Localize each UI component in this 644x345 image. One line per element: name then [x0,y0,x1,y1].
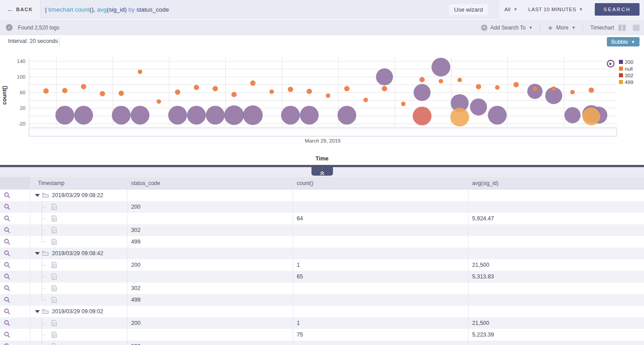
table-row[interactable]: 200121,500 [0,259,644,271]
bubble-499[interactable] [450,108,469,126]
bubble-null[interactable] [513,82,519,88]
play-circle-icon[interactable]: ▶ [607,60,614,67]
search-button[interactable]: SEARCH [595,3,640,16]
bubble-200[interactable] [527,84,542,99]
search-row-icon[interactable] [4,215,11,222]
bubble-null[interactable] [476,84,481,89]
table-row[interactable]: 302 [0,224,644,236]
search-row-icon[interactable] [4,296,11,303]
bubble-null[interactable] [457,78,462,82]
table-group-row[interactable]: 2019/03/29 09:08:42 [0,248,644,259]
full-panel-icon[interactable] [633,25,640,31]
bubble-null[interactable] [175,89,180,95]
bubble-null[interactable] [250,80,256,86]
bubble-null[interactable] [81,84,86,89]
bubble-null[interactable] [231,92,237,97]
search-row-icon[interactable] [4,261,11,269]
table-group-row[interactable]: 2019/03/29 09:08:22 [0,189,644,201]
time-range-dropdown[interactable]: LAST 10 MINUTES ▼ [529,7,583,12]
bubble-null[interactable] [307,88,312,94]
bubble-200[interactable] [187,106,206,125]
search-row-icon[interactable] [4,227,11,234]
bubble-200[interactable] [74,106,93,125]
table-row[interactable]: 302 [0,341,644,345]
bubble-200[interactable] [300,106,319,125]
table-row[interactable]: 499 [0,294,644,306]
bubble-null[interactable] [138,70,142,74]
collapse-panel-button[interactable]: ···· [311,167,333,176]
table-group-row[interactable]: 2019/03/29 09:09:02 [0,306,644,317]
legend-item-null[interactable]: null [619,65,633,72]
expand-triangle-icon[interactable] [35,252,40,255]
bubble-200[interactable] [470,98,487,115]
bubble-chart[interactable]: 09:08 AM09:09 AM09:10 AM09:11 AM09:12 AM… [0,53,644,147]
legend-item-200[interactable]: 200 [619,59,633,65]
bubble-null[interactable] [344,86,350,91]
bubble-null[interactable] [495,85,499,90]
expand-triangle-icon[interactable] [35,310,40,313]
bubble-null[interactable] [533,86,537,91]
bubble-null[interactable] [157,99,161,104]
search-row-icon[interactable] [4,331,11,338]
table-row[interactable]: 499 [0,236,644,248]
bubble-null[interactable] [570,90,575,94]
table-row[interactable]: 655,313.83 [0,271,644,282]
bubble-200[interactable] [281,106,300,125]
search-row-icon[interactable] [4,203,11,210]
more-dropdown[interactable]: ★ More ▼ [547,24,576,31]
table-row[interactable]: 755,223.39 [0,329,644,341]
table-row[interactable]: 200121,500 [0,317,644,329]
bubble-null[interactable] [213,86,218,91]
add-search-to-dropdown[interactable]: + Add Search To ▼ [481,25,533,31]
search-row-icon[interactable] [4,285,11,292]
bubble-200[interactable] [131,106,149,125]
bubble-null[interactable] [269,89,274,94]
bubble-200[interactable] [112,106,131,125]
bubble-null[interactable] [194,85,199,90]
search-row-icon[interactable] [4,308,11,315]
header-avg-sig-id[interactable]: avg(sig_id) [469,177,644,189]
search-row-icon[interactable] [4,273,11,280]
bubble-200[interactable] [337,106,356,125]
bubble-200[interactable] [206,106,225,125]
search-row-icon[interactable] [4,343,11,345]
bubble-null[interactable] [326,93,330,98]
header-status-code[interactable]: status_code [128,177,293,189]
header-timestamp[interactable]: Timestamp [30,177,128,189]
bubble-200[interactable] [431,58,450,76]
bubble-null[interactable] [589,88,594,93]
bubble-null[interactable] [43,88,49,94]
search-row-icon[interactable] [4,250,11,257]
bubble-null[interactable] [551,86,556,91]
bubble-null[interactable] [288,87,293,92]
bubble-null[interactable] [439,79,443,84]
bubble-null[interactable] [363,98,368,102]
bubble-200[interactable] [564,107,580,123]
legend-item-302[interactable]: 302 [619,72,633,79]
bubble-null[interactable] [119,91,124,96]
bubble-null[interactable] [419,77,425,82]
bubble-499[interactable] [582,107,600,125]
bubble-200[interactable] [488,106,507,125]
bubble-200[interactable] [376,68,393,85]
split-panel-icon[interactable] [618,25,626,31]
search-row-icon[interactable] [4,238,11,245]
search-row-icon[interactable] [4,320,11,327]
back-button[interactable]: ← BACK [0,6,40,13]
scope-dropdown[interactable]: All ▼ [504,7,518,12]
bubble-200[interactable] [243,105,263,125]
bubble-200[interactable] [55,106,74,125]
bubble-null[interactable] [100,91,105,97]
bubble-200[interactable] [414,84,431,101]
bubble-null[interactable] [62,88,68,93]
search-row-icon[interactable] [4,192,11,199]
expand-triangle-icon[interactable] [35,194,40,197]
table-row[interactable]: 645,924.47 [0,213,644,224]
header-count[interactable]: count() [293,177,469,189]
bubble-200[interactable] [224,105,244,125]
bubble-200[interactable] [168,106,187,125]
bubble-null[interactable] [382,86,387,91]
bubble-null[interactable] [401,101,405,106]
chart-type-dropdown[interactable]: Bubble ▼ [607,37,640,46]
legend-item-499[interactable]: 499 [619,79,633,85]
